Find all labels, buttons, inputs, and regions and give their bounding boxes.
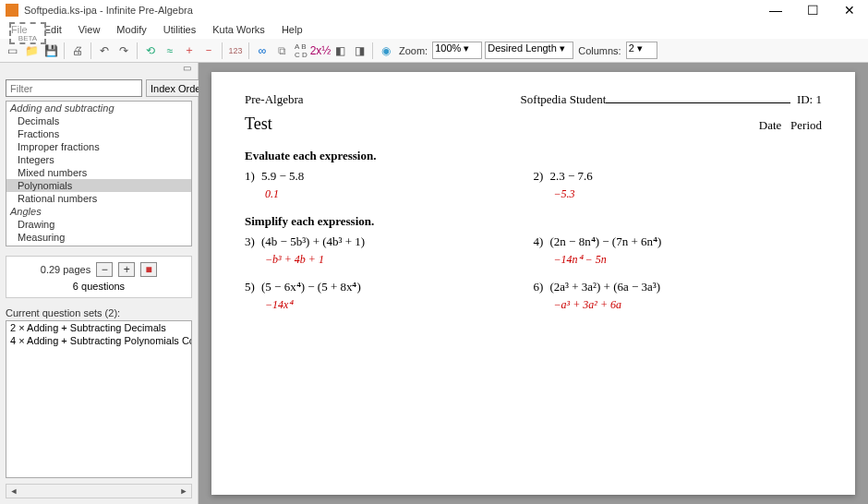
zoom-label: Zoom: bbox=[399, 45, 428, 56]
question-5: 5)(5 − 6x⁴) − (5 + 8x⁴) −14x⁴ bbox=[245, 280, 534, 312]
section-heading-2: Simplify each expression. bbox=[245, 214, 822, 229]
topic-item[interactable]: Mixed numbers bbox=[6, 166, 191, 179]
topic-item[interactable]: Decimals bbox=[6, 114, 191, 127]
scroll-right-icon[interactable]: ► bbox=[176, 485, 191, 498]
stop-button[interactable]: ■ bbox=[140, 262, 157, 277]
menu-utilities[interactable]: Utilities bbox=[156, 22, 203, 37]
titlebar: Softpedia.ks-ipa - Infinite Pre-Algebra … bbox=[0, 0, 868, 20]
page-number-icon[interactable]: 123 bbox=[227, 42, 244, 59]
separator bbox=[222, 42, 223, 59]
infinity-icon[interactable]: ∞ bbox=[254, 42, 271, 59]
window-title: Softpedia.ks-ipa - Infinite Pre-Algebra bbox=[24, 5, 757, 16]
menubar: File Edit View Modify Utilities Kuta Wor… bbox=[0, 20, 868, 39]
topic-category: Angles bbox=[6, 205, 191, 218]
topic-list[interactable]: Adding and subtractingDecimalsFractionsI… bbox=[6, 101, 192, 246]
separator bbox=[64, 42, 65, 59]
answer-5: −14x⁴ bbox=[265, 298, 534, 312]
answer-3: −b³ + 4b + 1 bbox=[265, 253, 534, 267]
worksheet-title: Test bbox=[245, 114, 272, 134]
increase-button[interactable]: + bbox=[118, 262, 135, 277]
remove-icon[interactable]: － bbox=[200, 42, 217, 59]
regen-icon[interactable]: ⟲ bbox=[142, 42, 159, 59]
open-icon[interactable]: 📁 bbox=[23, 42, 40, 59]
answer-4: −14n⁴ − 5n bbox=[554, 253, 823, 267]
close-button[interactable]: ✕ bbox=[831, 0, 868, 20]
separator bbox=[90, 42, 91, 59]
zoom-select[interactable]: 100% ▾ bbox=[432, 42, 482, 59]
question-set-item[interactable]: 2 × Adding + Subtracting Decimals bbox=[6, 321, 191, 334]
scroll-left-icon[interactable]: ◄ bbox=[6, 485, 21, 498]
horizontal-scrollbar[interactable]: ◄ ► bbox=[6, 484, 192, 498]
questions-count: 6 questions bbox=[12, 281, 186, 292]
sidebar: ▭ Index Order Adding and subtractingDeci… bbox=[0, 63, 199, 504]
undock-icon[interactable]: ▭ bbox=[183, 63, 194, 74]
topic-item[interactable]: Integers bbox=[6, 153, 191, 166]
topic-item[interactable]: Measuring bbox=[6, 231, 191, 244]
pages-count: 0.29 pages bbox=[41, 264, 90, 275]
menu-modify[interactable]: Modify bbox=[109, 22, 153, 37]
sets-label: Current question sets (2): bbox=[0, 304, 198, 320]
topic-item[interactable]: Polynomials bbox=[6, 179, 191, 192]
save-icon[interactable]: 💾 bbox=[42, 42, 59, 59]
worksheet-page: Pre-Algebra Softpedia Student ID: 1 Test… bbox=[211, 72, 855, 495]
topic-item[interactable]: Rational numbers bbox=[6, 192, 191, 205]
topic-item[interactable]: Improper fractions bbox=[6, 140, 191, 153]
answer-6: −a³ + 3a² + 6a bbox=[554, 298, 823, 312]
separator bbox=[137, 42, 138, 59]
undo-icon[interactable]: ↶ bbox=[96, 42, 113, 59]
menu-kuta-works[interactable]: Kuta Works bbox=[205, 22, 272, 37]
document-preview[interactable]: Pre-Algebra Softpedia Student ID: 1 Test… bbox=[199, 63, 868, 504]
question-set-item[interactable]: 4 × Adding + Subtracting Polynomials Con… bbox=[6, 334, 191, 347]
menu-view[interactable]: View bbox=[71, 22, 108, 37]
stats-panel: 0.29 pages − + ■ 6 questions bbox=[6, 256, 192, 298]
separator bbox=[372, 42, 373, 59]
watermark: SOFTPEDIA bbox=[761, 480, 851, 495]
decrease-button[interactable]: − bbox=[96, 262, 113, 277]
columns-select[interactable]: 2 ▾ bbox=[626, 42, 657, 59]
question-4: 4)(2n − 8n⁴) − (7n + 6n⁴) −14n⁴ − 5n bbox=[534, 234, 823, 267]
topic-item[interactable]: Relationships bbox=[6, 244, 191, 246]
redo-icon[interactable]: ↷ bbox=[115, 42, 132, 59]
question-6: 6)(2a³ + 3a²) + (6a − 3a³) −a³ + 3a² + 6… bbox=[534, 280, 823, 312]
filter-input[interactable] bbox=[6, 79, 142, 97]
add-icon[interactable]: ＋ bbox=[181, 42, 198, 59]
columns-label: Columns: bbox=[578, 45, 621, 56]
link-icon[interactable]: ⧉ bbox=[273, 42, 290, 59]
window-controls: — ☐ ✕ bbox=[757, 0, 868, 20]
sets-list[interactable]: 2 × Adding + Subtracting Decimals4 × Add… bbox=[6, 320, 192, 478]
toolbar: ▭ 📁 💾 🖨 ↶ ↷ ⟲ ≈ ＋ － 123 ∞ ⧉ A BC D 2x½ ◧… bbox=[0, 39, 868, 63]
separator bbox=[248, 42, 249, 59]
topic-item[interactable]: Drawing bbox=[6, 218, 191, 231]
topic-category: Adding and subtracting bbox=[6, 102, 191, 114]
globe-icon[interactable]: ◉ bbox=[378, 42, 394, 59]
new-icon[interactable]: ▭ bbox=[4, 42, 20, 59]
move-right-icon[interactable]: ◨ bbox=[351, 42, 368, 59]
minimize-button[interactable]: — bbox=[757, 0, 794, 20]
length-select[interactable]: Desired Length ▾ bbox=[485, 42, 573, 59]
similar-icon[interactable]: ≈ bbox=[162, 42, 178, 59]
abc-icon[interactable]: A BC D bbox=[293, 42, 309, 59]
question-1: 1)5.9 − 5.8 0.1 bbox=[245, 169, 534, 201]
beta-overlay: BETA bbox=[9, 22, 46, 44]
scale-icon[interactable]: 2x½ bbox=[312, 42, 329, 59]
student-line: Softpedia Student ID: 1 bbox=[521, 92, 822, 107]
course-name: Pre-Algebra bbox=[245, 92, 304, 107]
answer-1: 0.1 bbox=[265, 187, 534, 201]
topic-item[interactable]: Fractions bbox=[6, 127, 191, 140]
answer-2: −5.3 bbox=[554, 187, 823, 201]
print-icon[interactable]: 🖨 bbox=[69, 42, 86, 59]
question-3: 3)(4b − 5b³) + (4b³ + 1) −b³ + 4b + 1 bbox=[245, 234, 534, 267]
section-heading-1: Evaluate each expression. bbox=[245, 149, 822, 163]
move-left-icon[interactable]: ◧ bbox=[332, 42, 348, 59]
date-period-line: Date Period bbox=[759, 118, 822, 133]
menu-help[interactable]: Help bbox=[274, 22, 310, 37]
app-icon bbox=[6, 4, 18, 17]
maximize-button[interactable]: ☐ bbox=[794, 0, 831, 20]
question-2: 2)2.3 − 7.6 −5.3 bbox=[534, 169, 823, 201]
